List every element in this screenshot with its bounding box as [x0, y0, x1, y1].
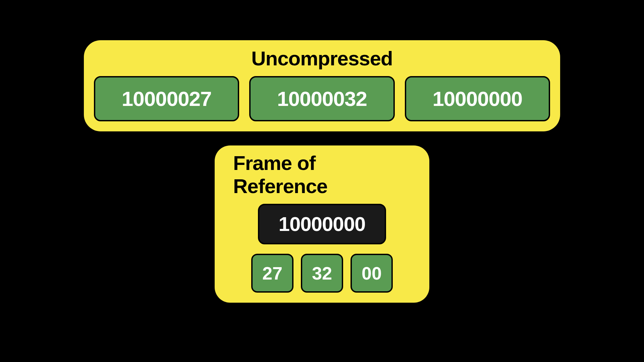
- frame-of-reference-title: Frame of Reference: [233, 152, 411, 198]
- uncompressed-panel: Uncompressed 10000027 10000032 10000000: [84, 40, 560, 131]
- uncompressed-title: Uncompressed: [251, 47, 392, 70]
- uncompressed-values-row: 10000027 10000032 10000000: [94, 76, 550, 121]
- uncompressed-value: 10000027: [94, 76, 239, 121]
- uncompressed-value: 10000032: [249, 76, 394, 121]
- reference-base-value: 10000000: [258, 204, 386, 244]
- deltas-row: 27 32 00: [251, 254, 393, 293]
- frame-of-reference-panel: Frame of Reference 10000000 27 32 00: [215, 145, 429, 303]
- delta-value: 27: [251, 254, 293, 293]
- delta-value: 00: [351, 254, 393, 293]
- delta-value: 32: [301, 254, 343, 293]
- uncompressed-value: 10000000: [405, 76, 550, 121]
